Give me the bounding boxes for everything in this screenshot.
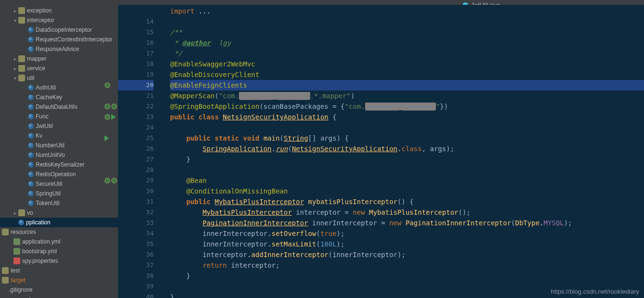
code-line[interactable]: } <box>170 271 644 281</box>
tree-item[interactable]: bootstrap.yml <box>0 246 118 256</box>
spring-bean-icon[interactable] <box>105 104 110 109</box>
code-line[interactable]: public class NetsignSecurityApplication … <box>170 112 644 122</box>
code-line[interactable]: /** <box>170 27 644 38</box>
spring-bean-icon[interactable] <box>105 82 110 88</box>
spring-bean-icon[interactable] <box>111 104 117 109</box>
spring-bean-icon[interactable] <box>111 178 117 183</box>
gutter-line-number[interactable]: 21 <box>118 91 154 101</box>
chevron-down-icon[interactable]: ▾ <box>12 76 18 81</box>
tree-item[interactable]: ▸vo <box>0 208 118 218</box>
tree-item[interactable]: ▾util <box>0 73 118 83</box>
gutter-line-number[interactable]: 36 <box>118 249 154 260</box>
tree-item[interactable]: ·CacheKey <box>0 92 118 102</box>
code-line[interactable]: @EnableFeignClients <box>170 80 644 91</box>
tree-item[interactable]: ·DataScopeInterceptor <box>0 25 118 35</box>
tree-item[interactable]: ·RequestContextInitInterceptor <box>0 35 118 44</box>
gutter-line-number[interactable]: 38 <box>118 271 154 281</box>
tree-item[interactable]: ·NumUnitVo <box>0 150 118 160</box>
code-line[interactable]: return interceptor; <box>170 260 644 271</box>
gutter-line-number[interactable]: 29 <box>118 175 154 186</box>
code-line[interactable]: * @author lgy <box>170 38 644 48</box>
tree-item[interactable]: ▸exception <box>0 6 118 15</box>
code-line[interactable]: @SpringBootApplication(scanBasePackages … <box>170 101 644 112</box>
tree-item[interactable]: ▸service <box>0 64 118 73</box>
gutter-line-number[interactable]: 30 <box>118 186 154 196</box>
gutter-line-number[interactable]: 26 <box>118 143 154 154</box>
tree-item[interactable]: ·AuthUtil <box>0 83 118 92</box>
gutter-line-number[interactable]: 35 <box>118 239 154 249</box>
gutter-line-number[interactable]: 15 <box>118 27 154 38</box>
tree-item[interactable]: spy.properties <box>0 256 118 266</box>
code-line[interactable]: */ <box>170 48 644 59</box>
tree-item[interactable]: pom.xml <box>0 295 118 298</box>
tree-item[interactable]: ·SecureUtil <box>0 179 118 189</box>
gutter-line-number[interactable]: 32 <box>118 207 154 218</box>
tree-item[interactable]: ·RedisOperation <box>0 169 118 179</box>
chevron-right-icon[interactable]: ▸ <box>12 56 18 62</box>
tree-item[interactable]: ▸mapper <box>0 54 118 64</box>
gutter-line-number[interactable]: 19 <box>118 69 154 80</box>
tree-item[interactable]: ·ResponseAdvice <box>0 44 118 54</box>
gutter-line-number[interactable]: 25 <box>118 133 154 143</box>
spring-bean-icon[interactable] <box>105 178 110 183</box>
spring-bean-icon[interactable] <box>105 114 110 120</box>
code-line[interactable]: @MapperScan("com.████████ ████████.*.map… <box>170 91 644 101</box>
tree-item[interactable]: ·Func <box>0 112 118 121</box>
code-line[interactable]: innerInterceptor.setMaxLimit(100L); <box>170 239 644 249</box>
gutter-line-number[interactable]: 34 <box>118 228 154 239</box>
code-line[interactable]: @Bean <box>170 175 644 186</box>
tree-item[interactable]: target <box>0 275 118 285</box>
tree-item[interactable]: test <box>0 266 118 275</box>
gutter-line-number[interactable]: 28 <box>118 165 154 175</box>
gutter-line-number[interactable]: 31 <box>118 196 154 207</box>
gutter-line-number[interactable]: 20 <box>118 80 154 91</box>
tree-item[interactable]: ·RedisKeySerializer <box>0 160 118 169</box>
tree-item[interactable]: ·Kv <box>0 131 118 141</box>
tree-item[interactable]: ·DefaultDataUtils <box>0 102 118 112</box>
tree-item[interactable]: ▾interceptor <box>0 15 118 25</box>
code-area[interactable]: import .../** * @author lgy */@EnableSwa… <box>157 5 644 298</box>
gutter-line-number[interactable]: 14 <box>118 16 154 27</box>
code-line[interactable]: @EnableSwagger2WebMvc <box>170 59 644 69</box>
code-line[interactable]: interceptor.addInnerInterceptor(innerInt… <box>170 249 644 260</box>
gutter-line-number[interactable]: 27 <box>118 154 154 165</box>
code-line[interactable] <box>170 165 644 175</box>
tree-item[interactable]: application.yml <box>0 237 118 246</box>
gutter-line-number[interactable]: 18 <box>118 59 154 69</box>
gutter-line-number[interactable]: 23 <box>118 112 154 122</box>
tree-item[interactable]: · pplication <box>0 218 118 227</box>
tree-item[interactable]: ·NumberUtil <box>0 141 118 150</box>
code-line[interactable]: import ... <box>170 6 644 16</box>
gutter-line-number[interactable]: 39 <box>118 281 154 292</box>
code-line[interactable] <box>170 281 644 292</box>
code-line[interactable]: SpringApplication.run(NetsignSecurityApp… <box>170 143 644 154</box>
gutter-line-number[interactable]: 22 <box>118 101 154 112</box>
code-line[interactable]: } <box>170 292 644 298</box>
code-line[interactable]: innerInterceptor.setOverflow(true); <box>170 228 644 239</box>
code-line[interactable]: MybatisPlusInterceptor interceptor = new… <box>170 207 644 218</box>
code-editor[interactable]: 1415161718192021222324252627282930313233… <box>118 5 644 298</box>
chevron-right-icon[interactable]: ▸ <box>12 8 18 13</box>
gutter-line-number[interactable]: 24 <box>118 122 154 133</box>
project-tree-sidebar[interactable]: ▸exception▾interceptor·DataScopeIntercep… <box>0 5 118 298</box>
code-line[interactable]: @ConditionalOnMissingBean <box>170 186 644 196</box>
tree-item[interactable]: resources <box>0 227 118 237</box>
code-line[interactable]: } <box>170 154 644 165</box>
gutter-line-number[interactable]: 33 <box>118 218 154 228</box>
tree-item[interactable]: ·JwtUtil <box>0 121 118 131</box>
run-icon[interactable] <box>105 135 109 141</box>
chevron-down-icon[interactable]: ▾ <box>12 18 18 23</box>
code-line[interactable] <box>170 16 644 27</box>
code-line[interactable]: @EnableDiscoveryClient <box>170 69 644 80</box>
code-line[interactable]: PaginationInnerInterceptor innerIntercep… <box>170 218 644 228</box>
gutter-line-number[interactable]: 37 <box>118 260 154 271</box>
gutter-line-number[interactable]: 17 <box>118 48 154 59</box>
code-line[interactable]: public MybatisPlusInterceptor mybatisPlu… <box>170 196 644 207</box>
chevron-right-icon[interactable]: ▸ <box>12 210 18 216</box>
tree-item[interactable]: ·SpringUtil <box>0 189 118 198</box>
chevron-right-icon[interactable]: ▸ <box>12 66 18 71</box>
gutter-line-number[interactable]: 40 <box>118 292 154 298</box>
code-line[interactable]: public static void main(String[] args) { <box>170 133 644 143</box>
run-icon[interactable] <box>111 114 116 120</box>
code-line[interactable] <box>170 122 644 133</box>
